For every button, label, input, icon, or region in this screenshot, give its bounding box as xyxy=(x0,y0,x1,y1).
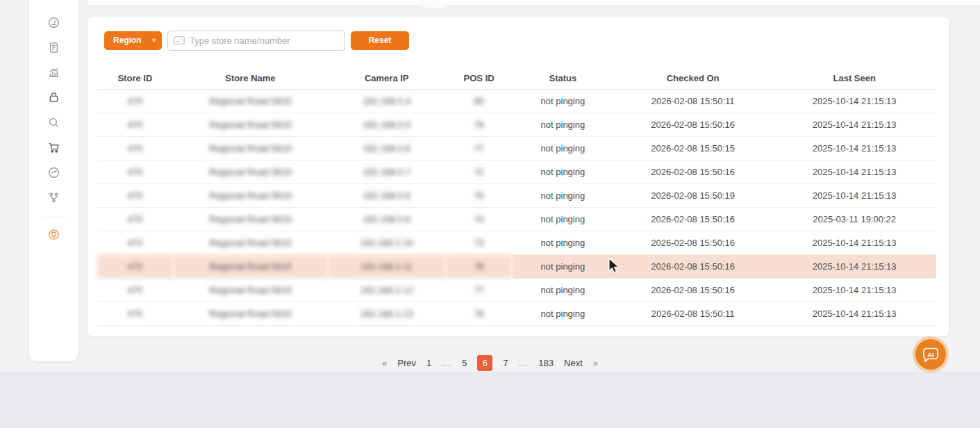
store-name-cell: Regional Road 5615 xyxy=(173,231,328,254)
popover-arrow xyxy=(420,0,447,8)
prev-button[interactable]: Prev xyxy=(397,358,416,368)
store-id-cell: 470 xyxy=(97,207,173,231)
table-row[interactable]: 470 Regional Road 5615 192.168.0.5 76 no… xyxy=(97,113,936,136)
shop-icon[interactable] xyxy=(41,85,66,110)
next-arrow-icon[interactable]: » xyxy=(593,358,598,368)
workflow-icon[interactable] xyxy=(41,185,66,210)
table-row[interactable]: 470 Regional Road 5615 192.168.2.12 77 n… xyxy=(97,278,936,302)
checked-on-cell: 2026-02-08 15:50:16 xyxy=(613,278,773,302)
store-name-cell: Regional Road 5615 xyxy=(173,278,328,302)
gauge-icon[interactable] xyxy=(41,10,66,35)
page-button-7[interactable]: 7 xyxy=(503,358,508,368)
checked-on-cell: 2026-02-08 15:50:16 xyxy=(613,207,773,231)
checked-on-cell: 2026-02-08 15:50:16 xyxy=(613,254,773,278)
page-button-5[interactable]: 5 xyxy=(462,358,467,368)
search-icon[interactable] xyxy=(41,110,66,135)
last-seen-cell: 2025-10-14 21:15:13 xyxy=(772,136,936,160)
pos-id-cell: 72 xyxy=(445,160,513,183)
store-id-cell: 470 xyxy=(97,136,173,160)
column-header-last-seen: Last Seen xyxy=(772,67,936,89)
checked-on-cell: 2026-02-08 15:50:16 xyxy=(613,160,773,183)
last-seen-cell: 2025-10-14 21:15:13 xyxy=(772,183,936,207)
column-header-store-name: Store Name xyxy=(173,67,328,89)
checked-on-cell: 2026-02-08 15:50:19 xyxy=(613,183,773,207)
status-cell: not pinging xyxy=(513,160,613,183)
last-seen-cell: 2025-03-11 19:00:22 xyxy=(772,207,936,231)
pos-id-cell: 76 xyxy=(445,302,513,325)
sidebar-divider xyxy=(40,217,67,217)
pos-id-cell: 85 xyxy=(445,89,513,113)
last-seen-cell: 2025-10-14 21:15:13 xyxy=(772,278,936,302)
filter-bar: Region ▾ Reset xyxy=(104,30,409,51)
camera-ip-cell: 192.168.0.9 xyxy=(328,207,445,231)
pos-id-cell: 74 xyxy=(445,207,513,231)
status-cell: not pinging xyxy=(513,302,613,325)
region-dropdown-button[interactable]: Region ▾ xyxy=(104,31,162,50)
cart-icon[interactable] xyxy=(41,135,66,160)
store-id-cell: 470 xyxy=(97,113,173,136)
store-name-cell: Regional Road 5615 xyxy=(173,254,328,278)
reset-button[interactable]: Reset xyxy=(351,31,409,50)
column-header-status: Status xyxy=(513,67,613,89)
ellipsis-left: ... xyxy=(442,358,451,368)
speedometer-icon[interactable] xyxy=(41,160,66,185)
chat-bubble-icon: AI xyxy=(921,345,940,364)
fab-label: AI xyxy=(927,351,934,359)
page-button-183[interactable]: 183 xyxy=(538,358,554,368)
table-row[interactable]: 470 Regional Road 5615 192.168.0.8 75 no… xyxy=(97,183,936,207)
analytics-icon[interactable] xyxy=(41,60,66,85)
main-panel: Region ▾ Reset Store ID Store Name Camer… xyxy=(88,17,949,336)
next-button[interactable]: Next xyxy=(564,358,583,368)
column-header-pos-id: POS ID xyxy=(445,67,513,89)
camera-ip-cell: 192.168.2.13 xyxy=(328,302,445,325)
status-cell: not pinging xyxy=(513,231,613,254)
camera-ip-cell: 192.168.0.8 xyxy=(328,183,445,207)
store-search-box[interactable] xyxy=(167,31,345,51)
table-row-highlighted[interactable]: 470 Regional Road 5615 192.168.2.11 78 n… xyxy=(97,254,936,278)
status-cell: not pinging xyxy=(513,278,613,302)
store-name-cell: Regional Road 5615 xyxy=(173,113,328,136)
stores-table: Store ID Store Name Camera IP POS ID Sta… xyxy=(97,67,936,326)
status-cell: not pinging xyxy=(513,89,613,113)
last-seen-cell: 2025-10-14 21:15:13 xyxy=(772,231,936,254)
camera-ip-cell: 192.168.2.10 xyxy=(328,231,445,254)
store-search-input[interactable] xyxy=(190,35,339,46)
status-cell: not pinging xyxy=(513,183,613,207)
page-button-6-active[interactable]: 6 xyxy=(477,355,492,371)
column-header-checked-on: Checked On xyxy=(613,67,773,89)
status-cell: not pinging xyxy=(513,207,613,231)
store-id-cell: 470 xyxy=(97,160,173,183)
checked-on-cell: 2026-02-08 15:50:15 xyxy=(613,136,773,160)
shield-icon[interactable] xyxy=(41,222,66,247)
camera-ip-cell: 192.168.2.11 xyxy=(328,254,445,278)
chevron-down-icon: ▾ xyxy=(152,36,156,44)
store-name-cell: Regional Road 5615 xyxy=(173,89,328,113)
table-row[interactable]: 470 Regional Road 5615 192.168.0.6 77 no… xyxy=(97,136,936,160)
status-cell: not pinging xyxy=(513,113,613,136)
table-header-row: Store ID Store Name Camera IP POS ID Sta… xyxy=(97,67,936,89)
camera-ip-cell: 192.168.0.7 xyxy=(328,160,445,183)
store-name-cell: Regional Road 5615 xyxy=(173,160,328,183)
page-button-1[interactable]: 1 xyxy=(426,358,431,368)
store-id-cell: 470 xyxy=(97,183,173,207)
table-row[interactable]: 470 Regional Road 5615 192.168.0.7 72 no… xyxy=(97,160,936,183)
last-seen-cell: 2025-10-14 21:15:13 xyxy=(772,89,936,113)
store-id-cell: 470 xyxy=(97,89,173,113)
status-cell: not pinging xyxy=(513,136,613,160)
table-row[interactable]: 470 Regional Road 5615 192.168.2.10 73 n… xyxy=(97,231,936,254)
store-id-cell: 470 xyxy=(97,302,173,325)
last-seen-cell: 2025-10-14 21:15:13 xyxy=(772,160,936,183)
pos-id-cell: 76 xyxy=(445,113,513,136)
table-row[interactable]: 470 Regional Road 5615 192.168.0.4 85 no… xyxy=(97,89,936,113)
table-row[interactable]: 470 Regional Road 5615 192.168.2.13 76 n… xyxy=(97,302,936,325)
table-row[interactable]: 470 Regional Road 5615 192.168.0.9 74 no… xyxy=(97,207,936,231)
top-edge-panel xyxy=(88,0,980,5)
last-seen-cell: 2025-10-14 21:15:13 xyxy=(772,254,936,278)
pagination: « Prev 1 ... 5 6 7 ... 183 Next » xyxy=(0,353,980,372)
ai-chat-fab[interactable]: AI xyxy=(915,339,946,370)
prev-arrow-icon[interactable]: « xyxy=(382,358,387,368)
ellipsis-right: ... xyxy=(519,358,529,368)
document-icon[interactable] xyxy=(41,35,66,60)
column-header-camera-ip: Camera IP xyxy=(328,67,445,89)
camera-ip-cell: 192.168.0.5 xyxy=(328,113,445,136)
